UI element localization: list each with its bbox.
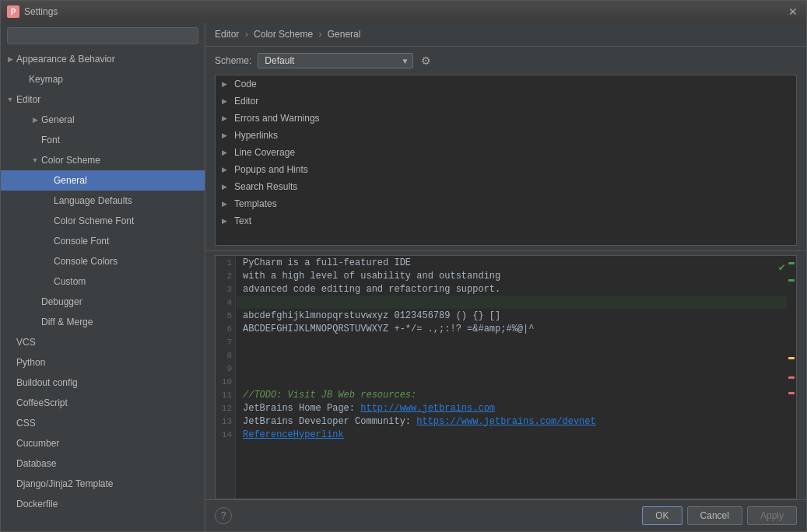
tree-item-text[interactable]: ▶ Text bbox=[216, 212, 796, 229]
line-num-11: 11 bbox=[216, 388, 235, 401]
sidebar-item-color-scheme-font[interactable]: Color Scheme Font bbox=[1, 211, 205, 231]
sidebar-item-general[interactable]: ▶ General bbox=[1, 110, 205, 130]
sidebar-item-label: Dockerfile bbox=[16, 499, 202, 509]
tree-item-label: Text bbox=[234, 215, 251, 226]
sidebar-item-django[interactable]: Django/Jinja2 Template bbox=[1, 474, 205, 494]
code-preview: 1 2 3 4 5 6 7 8 9 10 11 12 13 14 bbox=[215, 255, 797, 499]
code-line-12: JetBrains Home Page: http://www.jetbrain… bbox=[237, 401, 796, 415]
sidebar: ▶ Appearance & Behavior Keymap ▼ Editor bbox=[1, 23, 205, 531]
expand-arrow: ▶ bbox=[4, 55, 16, 63]
apply-button: Apply bbox=[747, 506, 797, 525]
sidebar-item-label: Appearance & Behavior bbox=[16, 54, 202, 65]
sidebar-item-language-defaults[interactable]: Language Defaults bbox=[1, 191, 205, 211]
line-num-13: 13 bbox=[216, 415, 235, 428]
tree-item-label: Hyperlinks bbox=[234, 130, 278, 141]
tree-item-label: Errors and Warnings bbox=[234, 113, 320, 124]
code-line-10 bbox=[237, 375, 796, 388]
tree-item-label: Code bbox=[234, 79, 257, 89]
code-line-11: //TODO: Visit JB Web resources: bbox=[237, 388, 796, 401]
code-line-7 bbox=[237, 335, 796, 348]
tree-item-code[interactable]: ▶ Code bbox=[216, 75, 796, 93]
expand-icon: ▶ bbox=[222, 97, 234, 105]
breadcrumb-editor: Editor bbox=[215, 29, 239, 40]
line-num-3: 3 bbox=[216, 282, 235, 296]
sidebar-item-appearance-behavior[interactable]: ▶ Appearance & Behavior bbox=[1, 49, 205, 69]
close-button[interactable]: ✕ bbox=[786, 5, 800, 19]
breadcrumb-sep: › bbox=[245, 29, 248, 40]
line-num-6: 6 bbox=[216, 322, 235, 335]
sidebar-item-python[interactable]: Python bbox=[1, 352, 205, 373]
tree-item-popups-hints[interactable]: ▶ Popups and Hints bbox=[216, 161, 796, 178]
code-line-14: ReferenceHyperlink bbox=[237, 428, 796, 441]
tree-item-templates[interactable]: ▶ Templates bbox=[216, 195, 796, 212]
scheme-label: Scheme: bbox=[215, 55, 251, 66]
sidebar-item-label: Keymap bbox=[29, 74, 202, 85]
breadcrumb-sep: › bbox=[318, 29, 321, 40]
ok-button[interactable]: OK bbox=[642, 506, 682, 525]
line-num-9: 9 bbox=[216, 362, 235, 375]
sidebar-item-vcs[interactable]: VCS bbox=[1, 332, 205, 352]
sidebar-item-console-font[interactable]: Console Font bbox=[1, 231, 205, 251]
code-line-9 bbox=[237, 362, 796, 375]
tree-item-search-results[interactable]: ▶ Search Results bbox=[216, 178, 796, 195]
sidebar-item-label: CoffeeScript bbox=[16, 397, 202, 408]
expand-icon: ▶ bbox=[222, 166, 234, 173]
hyperlink-1: http://www.jetbrains.com bbox=[360, 403, 495, 414]
code-line-8 bbox=[237, 348, 796, 362]
tree-item-label: Templates bbox=[234, 198, 277, 209]
title-bar: P Settings ✕ bbox=[1, 1, 806, 23]
sidebar-item-css[interactable]: CSS bbox=[1, 413, 205, 433]
expand-icon: ▶ bbox=[222, 183, 234, 191]
expand-arrow: ▶ bbox=[29, 116, 41, 124]
sidebar-item-label: Console Colors bbox=[54, 256, 202, 267]
marker-4 bbox=[788, 376, 795, 379]
help-button[interactable]: ? bbox=[215, 507, 232, 524]
sidebar-item-font[interactable]: Font bbox=[1, 130, 205, 150]
code-line-13: JetBrains Developer Community: https://w… bbox=[237, 415, 796, 428]
sidebar-item-console-colors[interactable]: Console Colors bbox=[1, 251, 205, 271]
code-line-3: advanced code editing and refactoring su… bbox=[237, 282, 796, 296]
marker-5 bbox=[788, 392, 795, 394]
sidebar-item-color-scheme[interactable]: ▼ Color Scheme bbox=[1, 150, 205, 170]
expand-icon: ▶ bbox=[222, 149, 234, 156]
tree-item-hyperlinks[interactable]: ▶ Hyperlinks bbox=[216, 127, 796, 144]
sidebar-item-buildout[interactable]: Buildout config bbox=[1, 373, 205, 393]
sidebar-item-debugger[interactable]: Debugger bbox=[1, 292, 205, 312]
gear-button[interactable]: ⚙ bbox=[419, 53, 433, 68]
color-scheme-tree[interactable]: ▶ Code ▶ Editor ▶ Errors and Warnings ▶ … bbox=[215, 75, 797, 246]
sidebar-item-database[interactable]: Database bbox=[1, 453, 205, 474]
tree-item-label: Popups and Hints bbox=[234, 164, 308, 175]
bottom-actions: OK Cancel Apply bbox=[642, 506, 797, 525]
sidebar-item-editor[interactable]: ▼ Editor bbox=[1, 89, 205, 110]
search-input[interactable] bbox=[7, 27, 198, 44]
sidebar-item-keymap[interactable]: Keymap bbox=[1, 69, 205, 89]
tree-item-editor[interactable]: ▶ Editor bbox=[216, 93, 796, 110]
scheme-select[interactable]: Default Darcula IntelliJ Light High cont… bbox=[258, 53, 413, 68]
sidebar-item-diff-merge[interactable]: Diff & Merge bbox=[1, 312, 205, 332]
tree-item-errors-warnings[interactable]: ▶ Errors and Warnings bbox=[216, 110, 796, 127]
sidebar-item-label: Custom bbox=[54, 276, 202, 287]
sidebar-item-label: Language Defaults bbox=[54, 195, 202, 206]
sidebar-item-general-selected[interactable]: General bbox=[1, 170, 205, 191]
sidebar-item-custom[interactable]: Custom bbox=[1, 271, 205, 292]
sidebar-item-label: Color Scheme Font bbox=[54, 215, 202, 226]
cancel-button[interactable]: Cancel bbox=[687, 506, 742, 525]
breadcrumb-color-scheme: Color Scheme bbox=[254, 29, 313, 40]
line-num-2: 2 bbox=[216, 269, 235, 282]
main-panel: Editor › Color Scheme › General Scheme: … bbox=[205, 23, 806, 531]
window-title: Settings bbox=[24, 6, 58, 17]
sidebar-item-label: Console Font bbox=[54, 236, 202, 247]
code-line-2: with a high level of usability and outst… bbox=[237, 269, 796, 282]
line-num-14: 14 bbox=[216, 428, 235, 441]
sidebar-item-label: General bbox=[54, 175, 202, 186]
sidebar-item-label: Color Scheme bbox=[41, 155, 202, 166]
expand-arrow: ▼ bbox=[4, 96, 16, 103]
sidebar-item-cucumber[interactable]: Cucumber bbox=[1, 433, 205, 453]
sidebar-item-label: Font bbox=[41, 135, 202, 145]
code-line-5: abcdefghijklmnopqrstuvwxyz 0123456789 ()… bbox=[237, 309, 796, 322]
tree-item-line-coverage[interactable]: ▶ Line Coverage bbox=[216, 144, 796, 161]
sidebar-item-dockerfile[interactable]: Dockerfile bbox=[1, 494, 205, 514]
sidebar-item-coffeescript[interactable]: CoffeeScript bbox=[1, 393, 205, 413]
settings-window: P Settings ✕ ▶ Appearance & Behavior Key… bbox=[0, 0, 807, 532]
line-num-10: 10 bbox=[216, 375, 235, 388]
